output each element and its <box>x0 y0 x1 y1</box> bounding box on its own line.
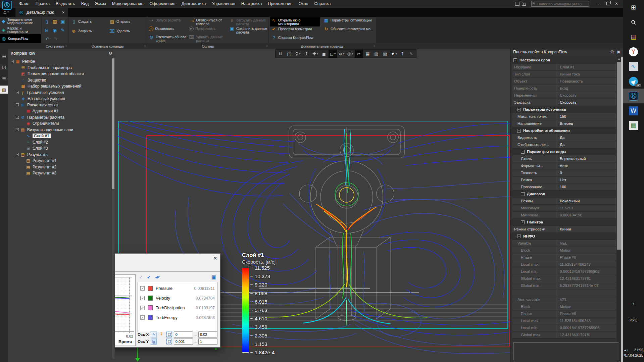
properties-scrollbar[interactable]: ▲ ▼ <box>617 57 621 362</box>
minimize-button[interactable]: – <box>594 1 602 6</box>
prop-value[interactable]: 0.00018419787265908 <box>557 268 616 275</box>
tree-item[interactable]: −⚙Параметры расчета <box>8 114 111 121</box>
prop-value[interactable]: Motion <box>557 303 616 310</box>
check-geometry-button[interactable]: ✔Проверка геометрии <box>271 27 321 32</box>
axis-x-max-input[interactable] <box>198 331 217 338</box>
command-search-input[interactable] <box>531 1 589 7</box>
prop-value[interactable]: 12.431663179781 <box>557 275 616 282</box>
expand-toggle[interactable]: + <box>521 220 525 224</box>
axis-y-log-button[interactable]: lg <box>151 339 157 345</box>
open-button[interactable]: ▨Открыть <box>109 19 146 24</box>
prop-value[interactable]: Вертикальный <box>557 155 616 162</box>
prop-value[interactable]: Скорость <box>557 92 616 99</box>
mode-wireframe-surfaces[interactable]: ◈Каркас и поверхности <box>0 25 41 34</box>
taskbar-clock[interactable]: 21:55 17.04.2025 <box>625 347 643 358</box>
menu-item-6[interactable]: Оформление <box>146 0 179 7</box>
optimization-params-button[interactable]: ▦Параметры оптимизации <box>324 18 374 23</box>
prop-value[interactable]: Слой #1 <box>557 64 616 70</box>
file-explorer-icon[interactable]: ▤ <box>623 30 644 44</box>
grip-icon[interactable]: ⠿ <box>65 45 67 48</box>
new-window-icon[interactable] <box>515 2 519 6</box>
tree-item[interactable]: ☰Глобальные параметры <box>8 65 111 71</box>
prop-value[interactable]: 11.5251 <box>557 205 616 211</box>
panel-layout-icon[interactable]: ▣ <box>617 50 621 54</box>
hide-objects-button[interactable]: ⊘▾ <box>337 50 346 58</box>
mode-solid-modeling[interactable]: ◆Твердотельное моделирование <box>0 17 41 25</box>
move-axes-button[interactable]: ✚▾ <box>311 50 319 58</box>
prop-value[interactable]: Phase #0 <box>557 310 616 317</box>
windows-start-icon[interactable]: ⊞ <box>623 0 644 15</box>
prop-value[interactable]: 150 <box>557 113 616 120</box>
prop-group[interactable]: +Палитра <box>512 219 616 226</box>
prop-group[interactable]: −Параметры легенды <box>512 148 616 155</box>
menu-item-2[interactable]: Выделить <box>53 0 78 7</box>
tree-item[interactable]: −⊞Расчетная сетка <box>8 102 111 108</box>
scroll-up-icon[interactable]: ▲ <box>617 57 621 61</box>
collapse-toggle[interactable]: − <box>521 192 525 196</box>
measure-button[interactable]: ⊺ <box>398 50 407 58</box>
prop-value[interactable]: VEL <box>557 240 616 247</box>
select-frame-button[interactable]: ◰ <box>285 50 293 58</box>
prop-value[interactable]: Нет <box>557 176 616 183</box>
prop-value[interactable]: 11.525134406243 <box>557 317 616 324</box>
collapse-toggle[interactable]: − <box>517 235 521 238</box>
scrollbar-thumb[interactable] <box>617 62 621 250</box>
series-row[interactable]: ✓TurbDissipation0.0109197 <box>140 303 215 313</box>
menu-item-7[interactable]: Диагностика <box>179 0 209 7</box>
dialog-close-icon[interactable]: ✕ <box>213 256 217 261</box>
collapse-toggle[interactable]: − <box>16 153 19 156</box>
panel-checklist-icon[interactable]: ☑ <box>0 63 8 71</box>
menu-item-0[interactable]: Файл <box>16 0 33 7</box>
kompasflow-help-button[interactable]: ?Справка KompasFlow <box>271 35 321 40</box>
close-button[interactable]: ✕ <box>612 1 621 6</box>
prop-value[interactable]: Линии <box>557 226 616 232</box>
update-geometry-button[interactable]: ↻Обновить геометрию мо... <box>324 27 374 32</box>
collapse-toggle[interactable]: − <box>11 60 14 63</box>
gear-icon[interactable]: ⚙ <box>108 51 112 56</box>
prop-value[interactable]: 100 <box>557 184 616 190</box>
section-cube-button[interactable]: ▧ <box>372 50 381 58</box>
task-manager-icon[interactable]: ∿ <box>623 59 644 74</box>
tree-item[interactable]: −▤Визуализационные слои <box>8 127 111 133</box>
prop-value[interactable]: Phase #0 <box>557 254 616 261</box>
menu-item-4[interactable]: Эскиз <box>92 0 109 7</box>
prop-value[interactable]: 0.00018419787265908 <box>557 324 616 331</box>
wireframe-view-button[interactable]: ◻▾ <box>329 50 337 58</box>
series-row[interactable]: ✓Velocity0.0734704 <box>140 293 215 303</box>
prop-group[interactable]: −ИНФО <box>512 233 616 240</box>
tree-item[interactable]: ▦Адаптация #1 <box>8 108 111 114</box>
axis-y-fit-button[interactable] <box>166 339 172 345</box>
series-checkbox[interactable]: ✓ <box>140 306 145 310</box>
create-button[interactable]: ▯Создать <box>71 19 107 24</box>
menu-item-9[interactable]: Настройка <box>238 0 265 7</box>
tree-item[interactable]: −▤Результаты <box>8 152 111 158</box>
stop-button[interactable]: ‖Остановить <box>149 26 188 31</box>
word-icon[interactable]: W <box>623 103 644 118</box>
kompas-3d-icon[interactable]: Ⓚ <box>623 89 644 103</box>
grip-icon[interactable]: ⠿ <box>266 45 267 48</box>
undo-button[interactable]: ↶ <box>44 36 50 42</box>
render-mode-button[interactable]: ◎▾ <box>346 50 354 58</box>
prop-value[interactable]: 11.525134406243 <box>557 261 616 268</box>
prop-group[interactable]: −Настройки отображения <box>512 127 616 134</box>
grip-icon[interactable]: ⠿ <box>144 45 146 48</box>
menu-item-10[interactable]: Приложения <box>265 0 295 7</box>
prop-value[interactable]: Поверхность <box>557 78 616 85</box>
collapse-toggle[interactable]: − <box>521 150 525 154</box>
collapse-toggle[interactable]: − <box>513 58 517 62</box>
tree-item[interactable]: ≈Слой #2 <box>8 139 111 146</box>
window-settings-icon[interactable] <box>522 2 526 6</box>
menu-item-12[interactable]: Справка <box>311 0 334 7</box>
disconnect-solver-button[interactable]: ↮Отключиться от солвера <box>189 18 228 26</box>
tree-item[interactable]: ▤Результат #1 <box>8 158 111 164</box>
prop-value[interactable]: Да <box>557 141 616 148</box>
prop-value[interactable]: 12.431663179781 <box>557 331 616 338</box>
yandex-browser-icon[interactable]: Y <box>623 44 644 59</box>
gear-icon[interactable]: ⚙ <box>610 49 614 54</box>
kompas-app-logo-icon[interactable]: Ⓚ <box>2 1 12 10</box>
axis-x-steps-icon[interactable]: ⁑ <box>158 331 164 338</box>
prop-value[interactable]: вход <box>557 85 616 92</box>
expand-toggle[interactable]: + <box>16 91 19 94</box>
collapse-toggle[interactable]: − <box>517 108 521 111</box>
open-document-button[interactable]: ▨ <box>52 18 58 24</box>
